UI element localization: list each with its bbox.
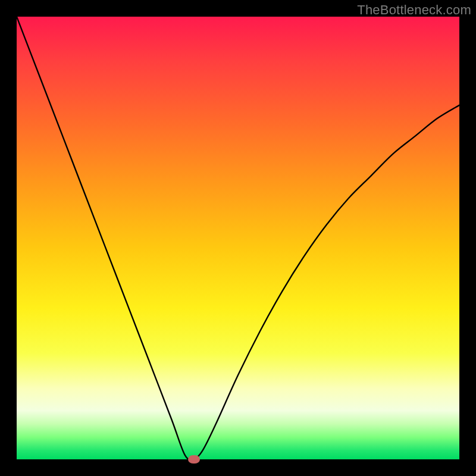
chart-frame: TheBottleneck.com [0,0,476,476]
optimum-marker [188,455,200,464]
plot-area [17,17,459,459]
watermark-text: TheBottleneck.com [357,2,471,18]
bottleneck-curve [17,17,459,459]
